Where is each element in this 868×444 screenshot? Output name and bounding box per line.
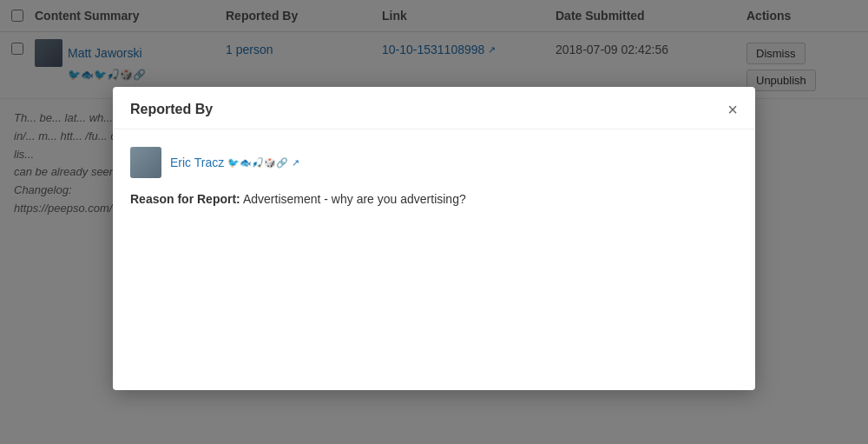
reporter-name[interactable]: Eric Tracz 🐦🐟🎣🎲🔗 ↗	[170, 156, 299, 169]
reporter-external-link-icon[interactable]: ↗	[292, 157, 299, 169]
reason-value: Advertisement - why are you advertising?	[243, 192, 466, 206]
modal-close-button[interactable]: ×	[727, 101, 738, 118]
reason-text: Reason for Report: Advertisement - why a…	[130, 190, 738, 209]
modal-body: Eric Tracz 🐦🐟🎣🎲🔗 ↗ Reason for Report: Ad…	[113, 129, 755, 390]
reporter-avatar	[130, 147, 161, 178]
reporter-row: Eric Tracz 🐦🐟🎣🎲🔗 ↗	[130, 147, 738, 178]
modal-overlay: Reported By × Eric Tracz 🐦🐟🎣🎲🔗 ↗ Reason …	[0, 0, 868, 444]
modal-title: Reported By	[130, 102, 213, 117]
reason-label: Reason for Report:	[130, 192, 240, 206]
reporter-icons: 🐦🐟🎣🎲🔗	[227, 157, 288, 169]
modal: Reported By × Eric Tracz 🐦🐟🎣🎲🔗 ↗ Reason …	[113, 87, 755, 390]
modal-header: Reported By ×	[113, 87, 755, 129]
page-wrapper: Content Summary Reported By Link Date Su…	[0, 0, 868, 444]
